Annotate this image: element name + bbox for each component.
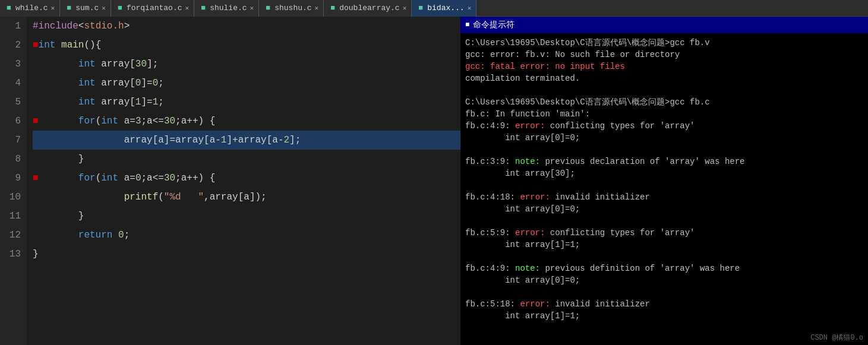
code-line-3: int array[30]; bbox=[33, 55, 460, 74]
csdn-watermark: CSDN @橘猫0.o bbox=[810, 333, 863, 343]
tab-icon-shushu: ■ bbox=[264, 4, 272, 12]
tab-close-while[interactable]: ✕ bbox=[51, 4, 55, 12]
line-num-4: 4 bbox=[0, 74, 21, 93]
cmd-line-18: int array[1]=1; bbox=[465, 239, 863, 251]
cmd-body[interactable]: C:\Users\19695\Desktop\C语言源代码\概念问题>gcc f… bbox=[460, 33, 868, 345]
code-line-5: int array[1]=1; bbox=[33, 93, 460, 112]
tab-while[interactable]: ■ while.c ✕ bbox=[0, 0, 60, 17]
code-line-4: int array[0]=0; bbox=[33, 74, 460, 93]
tab-icon-while: ■ bbox=[5, 4, 13, 12]
tab-icon-doublearray: ■ bbox=[329, 4, 337, 12]
cmd-line-14: fb.c:4:18: error: invalid initializer bbox=[465, 191, 863, 203]
tab-bar: ■ while.c ✕ ■ sum.c ✕ ■ forqiantao.c ✕ ■… bbox=[0, 0, 868, 17]
line-num-12: 12 bbox=[0, 226, 21, 245]
main-content: 1 2 3 4 5 6 7 8 9 10 11 12 13 #include<s… bbox=[0, 17, 868, 345]
line-num-3: 3 bbox=[0, 55, 21, 74]
tab-close-bida[interactable]: ✕ bbox=[468, 4, 472, 12]
tab-icon-sum: ■ bbox=[65, 4, 73, 12]
line-num-7: 7 bbox=[0, 131, 21, 150]
line-num-1: 1 bbox=[0, 17, 21, 36]
line-num-5: 5 bbox=[0, 93, 21, 112]
line-num-2: 2 bbox=[0, 36, 21, 55]
tab-close-shulie[interactable]: ✕ bbox=[250, 4, 254, 12]
cmd-line-8: fb.c:4:9: error: conflicting types for '… bbox=[465, 120, 863, 132]
tab-forqiantao[interactable]: ■ forqiantao.c ✕ bbox=[111, 0, 194, 17]
cmd-line-6: C:\Users\19695\Desktop\C语言源代码\概念问题>gcc f… bbox=[465, 96, 863, 108]
code-line-9: ■ for(int a=0;a<=30;a++) { bbox=[33, 169, 460, 188]
tab-shulie[interactable]: ■ shulie.c ✕ bbox=[194, 0, 259, 17]
cmd-line-17: fb.c:5:9: error: conflicting types for '… bbox=[465, 227, 863, 239]
cmd-line-9: int array[0]=0; bbox=[465, 132, 863, 144]
tab-label-forqiantao: forqiantao.c bbox=[127, 4, 182, 12]
cmd-line-23: fb.c:5:18: error: invalid initializer bbox=[465, 298, 863, 310]
cmd-container: ■ 命令提示符 C:\Users\19695\Desktop\C语言源代码\概念… bbox=[460, 17, 868, 345]
cmd-line-21: int array[0]=0; bbox=[465, 274, 863, 286]
cmd-line-19 bbox=[465, 251, 863, 262]
cmd-line-24: int array[1]=1; bbox=[465, 310, 863, 322]
code-line-8: } bbox=[33, 150, 460, 169]
cmd-window: ■ 命令提示符 C:\Users\19695\Desktop\C语言源代码\概念… bbox=[460, 17, 868, 345]
cmd-line-7: fb.c: In function 'main': bbox=[465, 108, 863, 120]
cmd-titlebar: ■ 命令提示符 bbox=[460, 17, 868, 33]
code-line-12: return 0; bbox=[33, 226, 460, 245]
code-editor[interactable]: 1 2 3 4 5 6 7 8 9 10 11 12 13 #include<s… bbox=[0, 17, 460, 345]
cmd-line-15: int array[0]=0; bbox=[465, 203, 863, 215]
line-numbers: 1 2 3 4 5 6 7 8 9 10 11 12 13 bbox=[0, 17, 27, 345]
cmd-line-12: int array[30]; bbox=[465, 167, 863, 179]
cmd-line-16 bbox=[465, 215, 863, 227]
code-line-7: array[a]=array[a-1]+array[a-2]; bbox=[33, 131, 460, 150]
cmd-line-3: gcc: fatal error: no input files bbox=[465, 61, 863, 72]
tab-icon-forqiantao: ■ bbox=[116, 4, 124, 12]
line-num-6: 6 bbox=[0, 112, 21, 131]
cmd-line-10 bbox=[465, 144, 863, 156]
tab-label-bida: bidax... bbox=[427, 4, 464, 12]
code-line-6: ■ for(int a=3;a<=30;a++) { bbox=[33, 112, 460, 131]
tab-close-shushu[interactable]: ✕ bbox=[315, 4, 319, 12]
cmd-line-5 bbox=[465, 84, 863, 96]
tab-close-forqiantao[interactable]: ✕ bbox=[185, 4, 190, 12]
cmd-line-1: C:\Users\19695\Desktop\C语言源代码\概念问题>gcc f… bbox=[465, 37, 863, 49]
tab-label-doublearray: doublearray.c bbox=[339, 4, 399, 12]
cmd-line-11: fb.c:3:9: note: previous declaration of … bbox=[465, 156, 863, 167]
tab-sum[interactable]: ■ sum.c ✕ bbox=[60, 0, 111, 17]
code-line-10: printf("%d ",array[a]); bbox=[33, 188, 460, 207]
tab-doublearray[interactable]: ■ doublearray.c ✕ bbox=[324, 0, 412, 17]
line-num-9: 9 bbox=[0, 169, 21, 188]
tab-bida[interactable]: ■ bidax... ✕ bbox=[412, 0, 476, 17]
code-line-11: } bbox=[33, 207, 460, 226]
tab-close-sum[interactable]: ✕ bbox=[102, 4, 106, 12]
cmd-line-4: compilation terminated. bbox=[465, 72, 863, 84]
tab-shushu[interactable]: ■ shushu.c ✕ bbox=[259, 0, 324, 17]
tab-icon-bida: ■ bbox=[416, 4, 425, 12]
cmd-line-22 bbox=[465, 286, 863, 298]
cmd-icon: ■ bbox=[465, 21, 469, 29]
tab-label-while: while.c bbox=[15, 4, 48, 12]
code-area[interactable]: #include<stdio.h> ■int main(){ int array… bbox=[27, 17, 460, 345]
cmd-title: 命令提示符 bbox=[473, 20, 515, 30]
code-line-1: #include<stdio.h> bbox=[33, 17, 460, 36]
tab-close-doublearray[interactable]: ✕ bbox=[403, 4, 407, 12]
tab-label-sum: sum.c bbox=[75, 4, 99, 12]
line-num-8: 8 bbox=[0, 150, 21, 169]
line-num-13: 13 bbox=[0, 245, 21, 264]
tab-icon-shulie: ■ bbox=[199, 4, 207, 12]
cmd-line-13 bbox=[465, 179, 863, 191]
cmd-line-2: gcc: error: fb.v: No such file or direct… bbox=[465, 49, 863, 61]
tab-label-shulie: shulie.c bbox=[210, 4, 247, 12]
code-line-2: ■int main(){ bbox=[33, 36, 460, 55]
tab-label-shushu: shushu.c bbox=[274, 4, 311, 12]
code-line-13: } bbox=[33, 245, 460, 264]
cmd-line-20: fb.c:4:9: note: previous definition of '… bbox=[465, 262, 863, 274]
line-num-10: 10 bbox=[0, 188, 21, 207]
line-num-11: 11 bbox=[0, 207, 21, 226]
